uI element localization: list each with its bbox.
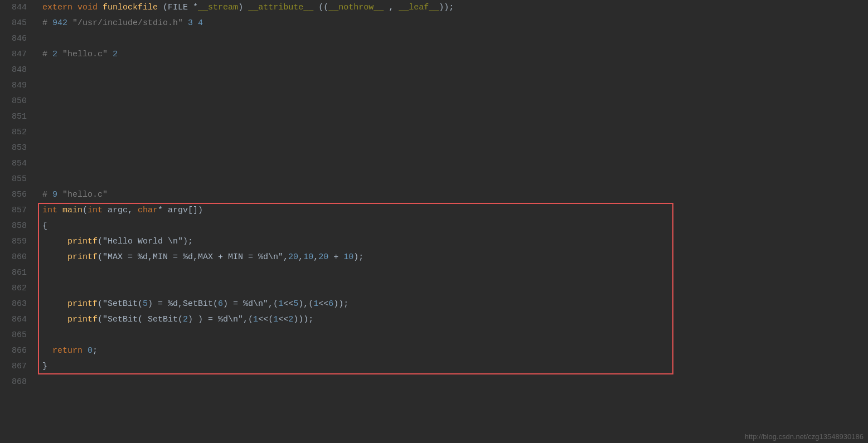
line-number: 851	[0, 109, 31, 125]
line-number: 866	[0, 343, 31, 359]
line-number: 849	[0, 78, 31, 94]
line-number: 862	[0, 281, 31, 296]
code-area[interactable]: extern void funlockfile (FILE *__stream)…	[38, 0, 868, 443]
line-number: 860	[0, 250, 31, 265]
line-number: 861	[0, 265, 31, 281]
code-line	[42, 94, 868, 109]
code-line	[42, 265, 868, 281]
code-line	[42, 78, 868, 94]
code-line	[42, 125, 868, 140]
code-line	[42, 62, 868, 78]
line-number: 853	[0, 140, 31, 156]
code-line: printf("MAX = %d,MIN = %d,MAX + MIN = %d…	[42, 250, 868, 265]
line-number: 848	[0, 62, 31, 78]
watermark: http://blog.csdn.net/czg13548930186	[745, 432, 864, 441]
line-number: 845	[0, 16, 31, 31]
code-line	[42, 172, 868, 187]
code-line: extern void funlockfile (FILE *__stream)…	[42, 0, 868, 16]
line-number: 854	[0, 156, 31, 172]
line-number: 856	[0, 187, 31, 203]
line-number-gutter: 8448458468478488498508518528538548558568…	[0, 0, 38, 443]
line-number: 847	[0, 47, 31, 62]
line-number: 868	[0, 374, 31, 390]
line-number: 858	[0, 218, 31, 234]
code-line: # 9 "hello.c"	[42, 187, 868, 203]
line-number: 846	[0, 31, 31, 47]
line-number: 855	[0, 172, 31, 187]
line-number: 857	[0, 203, 31, 218]
code-line	[42, 140, 868, 156]
code-line: printf("SetBit(5) = %d,SetBit(6) = %d\n"…	[42, 296, 868, 312]
code-line	[42, 156, 868, 172]
code-line: # 2 "hello.c" 2	[42, 47, 868, 62]
code-line: {	[42, 218, 868, 234]
code-line: return 0;	[42, 343, 868, 359]
line-number: 864	[0, 312, 31, 328]
code-line: int main(int argc, char* argv[])	[42, 203, 868, 218]
code-line	[42, 109, 868, 125]
code-line	[42, 374, 868, 390]
code-line: }	[42, 359, 868, 374]
line-number: 863	[0, 296, 31, 312]
line-number: 844	[0, 0, 31, 16]
line-number: 852	[0, 125, 31, 140]
code-line: # 942 "/usr/include/stdio.h" 3 4	[42, 16, 868, 31]
code-line: printf("Hello World \n");	[42, 234, 868, 250]
code-line: printf("SetBit( SetBit(2) ) = %d\n",(1<<…	[42, 312, 868, 328]
code-editor: 8448458468478488498508518528538548558568…	[0, 0, 868, 443]
line-number: 865	[0, 328, 31, 343]
code-line	[42, 328, 868, 343]
line-number: 867	[0, 359, 31, 374]
line-number: 850	[0, 94, 31, 109]
line-number: 859	[0, 234, 31, 250]
code-line	[42, 281, 868, 296]
code-line	[42, 31, 868, 47]
